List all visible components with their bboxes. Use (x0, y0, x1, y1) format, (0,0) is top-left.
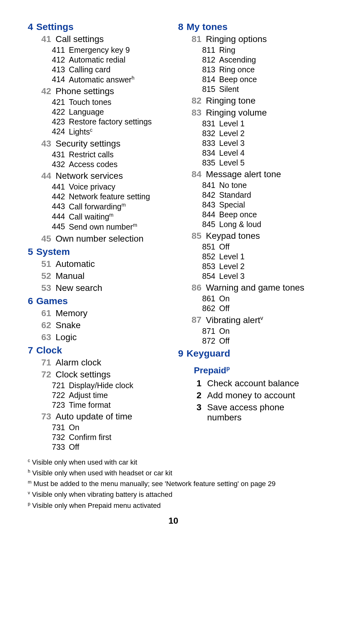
subsection: 52Manual (35, 271, 169, 281)
subsection-number: 63 (35, 332, 51, 342)
item: 441Voice privacy (47, 182, 169, 191)
item-label: Confirm first (69, 433, 111, 442)
page-number: 10 (28, 516, 319, 526)
item: 431Restrict calls (47, 150, 169, 159)
footnote-ref: p (226, 365, 230, 371)
item-label: Touch tones (69, 98, 111, 107)
subsection-label: Automatic (56, 259, 95, 269)
subsection: 43Security settings (35, 139, 169, 149)
item: 844Beep once (197, 210, 319, 219)
item: 842Standard (197, 190, 319, 200)
item-label: On (219, 327, 230, 336)
item: 444Call waitingm (47, 212, 169, 221)
item-number: 842 (197, 190, 215, 200)
subsection: 61Memory (35, 308, 169, 318)
section-number: 8 (178, 21, 183, 32)
section-number: 6 (28, 296, 33, 306)
footnote: c Visible only when used with car kit (28, 457, 319, 467)
item-number: 421 (47, 98, 65, 107)
footnote-ref: h (132, 75, 135, 81)
prepaid-item-label: Check account balance (207, 378, 299, 388)
item-label: Emergency key 9 (69, 45, 130, 55)
item-number: 424 (47, 127, 65, 136)
item-label: Restrict calls (69, 150, 114, 159)
subsection-label: Auto update of time (56, 412, 132, 422)
section-number: 7 (28, 345, 33, 355)
item-label: Level 3 (219, 272, 245, 281)
item-number: 444 (47, 212, 65, 221)
footnotes: c Visible only when used with car kith V… (28, 457, 319, 511)
item-number: 414 (47, 75, 65, 84)
footnote-ref: m (109, 212, 114, 218)
subsection-label: Own number selection (56, 234, 144, 244)
item-number: 852 (197, 252, 215, 261)
item-number: 721 (47, 381, 65, 390)
item-number: 811 (197, 45, 215, 55)
prepaid-item-label: Save access phone numbers (207, 402, 319, 423)
item-number: 832 (197, 129, 215, 138)
footnote-ref: m (122, 202, 126, 208)
item-label: Off (219, 242, 230, 251)
item-number: 441 (47, 182, 65, 191)
prepaid-item: 3Save access phone numbers (186, 402, 319, 423)
item: 814Beep once (197, 75, 319, 84)
item-number: 843 (197, 200, 215, 209)
subsection-number: 44 (35, 171, 51, 181)
item: 862Off (197, 304, 319, 313)
page: 4Settings41Call settings411Emergency key… (0, 0, 341, 539)
section-heading: 8My tones (178, 21, 319, 32)
item-label: Voice privacy (69, 182, 115, 191)
item-number: 844 (197, 210, 215, 219)
item: 732Confirm first (47, 433, 169, 442)
subsection: 85Keypad tones (186, 231, 319, 241)
item-number: 814 (197, 75, 215, 84)
subsection-number: 42 (35, 86, 51, 96)
subsection-number: 72 (35, 370, 51, 380)
item-number: 851 (197, 242, 215, 251)
subsection-number: 85 (186, 231, 201, 241)
subsection-number: 53 (35, 283, 51, 293)
left-column: 4Settings41Call settings411Emergency key… (28, 19, 169, 452)
subsection-number: 83 (186, 108, 201, 118)
item-number: 431 (47, 150, 65, 159)
item: 813Ring once (197, 65, 319, 74)
item: 733Off (47, 442, 169, 452)
item: 845Long & loud (197, 220, 319, 229)
subsection: 41Call settings (35, 34, 169, 44)
item-label: Send own numberm (69, 222, 137, 232)
item-label: Beep once (219, 210, 257, 219)
item: 851Off (197, 242, 319, 251)
subsection: 51Automatic (35, 259, 169, 269)
item: 872Off (197, 336, 319, 346)
subsection: 83Ringing volume (186, 108, 319, 118)
item: 815Silent (197, 85, 319, 94)
section-label: Settings (36, 21, 74, 32)
item: 731On (47, 423, 169, 432)
subsection: 82Ringing tone (186, 96, 319, 106)
item-label: Level 4 (219, 148, 245, 158)
section-number: 4 (28, 21, 33, 32)
item: 834Level 4 (197, 148, 319, 158)
subsection-label: Snake (56, 320, 81, 330)
item-number: 423 (47, 117, 65, 126)
item-label: Adjust time (69, 391, 108, 400)
item-label: Call forwardingm (69, 202, 126, 211)
item: 854Level 3 (197, 272, 319, 281)
item: 861On (197, 294, 319, 303)
item-number: 732 (47, 433, 65, 442)
item-number: 835 (197, 158, 215, 167)
subsection: 62Snake (35, 320, 169, 330)
subsection: 63Logic (35, 332, 169, 342)
subsection: 73Auto update of time (35, 412, 169, 422)
subsection: 87Vibrating alertv (186, 315, 319, 325)
item: 721Display/Hide clock (47, 381, 169, 390)
item-number: 815 (197, 85, 215, 94)
item-number: 733 (47, 442, 65, 452)
section-label: Games (36, 296, 68, 306)
subsection: 84Message alert tone (186, 169, 319, 179)
section-number: 9 (178, 348, 183, 358)
item-number: 432 (47, 160, 65, 169)
item-number: 722 (47, 391, 65, 400)
subsection-number: 81 (186, 34, 201, 44)
subsection-number: 87 (186, 315, 201, 325)
